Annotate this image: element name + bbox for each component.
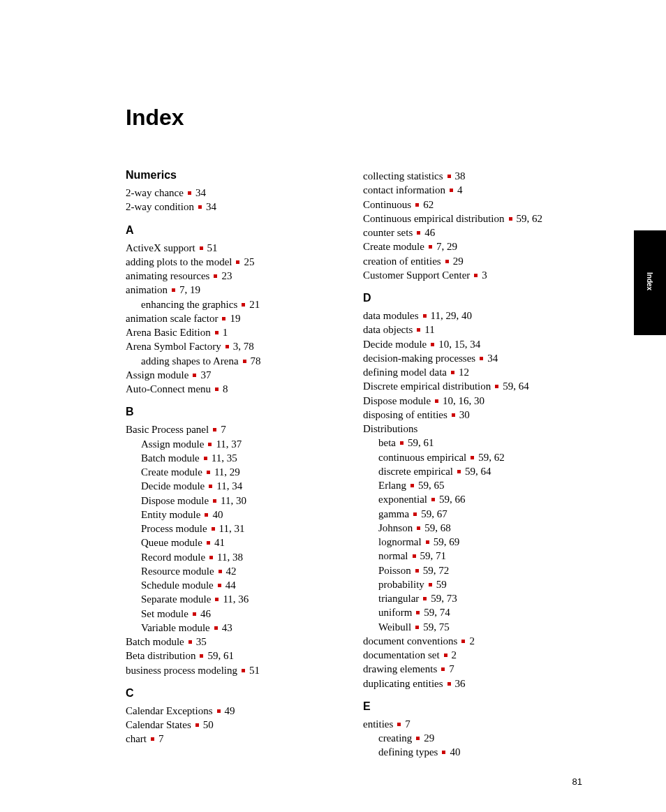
index-pages: 59, 71 [420, 550, 447, 561]
index-term: Johnson [378, 522, 413, 533]
index-entry: probability59 [363, 577, 572, 591]
index-term: Schedule module [141, 580, 214, 591]
index-term: ActiveX support [126, 242, 195, 253]
index-pages: 40 [450, 746, 460, 758]
index-term: exponential [378, 494, 427, 505]
index-entry: Create module11, 29 [126, 465, 335, 479]
index-term: Weibull [378, 621, 411, 633]
index-pages: 78 [251, 355, 261, 367]
index-term: discrete empirical [378, 466, 453, 477]
side-tab-label: Index [646, 272, 653, 290]
bullet-icon [480, 357, 483, 360]
index-term: lognormal [378, 536, 422, 547]
bullet-icon [444, 654, 447, 657]
bullet-icon [193, 612, 196, 616]
bullet-icon [429, 583, 432, 586]
index-entry: Customer Support Center3 [363, 268, 572, 282]
index-term: defining types [378, 746, 438, 758]
index-term: continuous empirical [378, 452, 466, 463]
index-entry: Decide module10, 15, 34 [363, 337, 572, 351]
index-entry: Entity module40 [126, 508, 335, 522]
index-entry: drawing elements7 [363, 662, 572, 676]
index-term: Assign module [126, 369, 188, 381]
index-pages: 7 [405, 718, 410, 730]
bullet-icon [450, 189, 453, 192]
bullet-icon [200, 654, 203, 658]
index-term: Set module [141, 608, 188, 619]
index-pages: 59, 75 [423, 621, 450, 633]
bullet-icon [242, 303, 245, 307]
bullet-icon [429, 245, 432, 249]
section-heading: A [126, 224, 335, 237]
bullet-icon [426, 540, 429, 544]
bullet-icon [447, 175, 451, 178]
bullet-icon [423, 314, 427, 318]
index-term: Customer Support Center [363, 270, 470, 281]
index-pages: 21 [249, 299, 260, 310]
index-entry: collecting statistics38 [363, 169, 572, 183]
index-pages: 34 [195, 187, 206, 198]
index-term: documentation set [363, 649, 440, 660]
index-pages: 7 [449, 663, 454, 674]
index-entry: uniform59, 74 [363, 605, 572, 619]
index-entry: duplicating entities36 [363, 677, 572, 691]
index-columns: Numerics2-way chance342-way condition34A… [126, 169, 586, 760]
index-term: Process module [141, 523, 207, 534]
index-entry: chart7 [126, 732, 335, 746]
index-term: normal [378, 550, 408, 561]
index-entry: gamma59, 67 [363, 507, 572, 521]
section-heading: C [126, 687, 335, 700]
bullet-icon [457, 470, 461, 473]
bullet-icon [213, 499, 216, 503]
index-term: Calendar Exceptions [126, 705, 213, 716]
index-term: business process modeling [126, 665, 237, 676]
index-term: beta [378, 437, 396, 448]
index-entry: Calendar Exceptions49 [126, 704, 335, 718]
index-entry: enhancing the graphics21 [126, 297, 335, 311]
index-term: enhancing the graphics [141, 299, 237, 310]
bullet-icon [219, 570, 222, 573]
index-entry: animation scale factor19 [126, 311, 335, 325]
index-pages: 62 [423, 199, 434, 210]
bullet-icon [213, 428, 216, 431]
bullet-icon [452, 413, 455, 417]
index-pages: 11, 29 [214, 466, 240, 478]
index-entry: animating resources23 [126, 269, 335, 283]
index-pages: 7 [158, 733, 164, 744]
index-term: creation of entities [363, 256, 441, 267]
index-entry: Process module11, 31 [126, 522, 335, 536]
index-entry: Separate module11, 36 [126, 592, 335, 606]
index-term: Poisson [378, 565, 411, 576]
index-pages: 35 [196, 636, 207, 647]
index-term: Entity module [141, 509, 200, 520]
bullet-icon [207, 541, 210, 545]
index-entry: beta59, 61 [363, 436, 572, 450]
index-pages: 59, 66 [439, 494, 466, 505]
bullet-icon [435, 399, 438, 403]
index-term: counter sets [363, 227, 413, 238]
index-term: Auto-Connect menu [126, 383, 211, 394]
bullet-icon [417, 526, 420, 530]
bullet-icon [415, 569, 419, 573]
index-pages: 49 [225, 705, 235, 716]
index-entry: Distributions [363, 422, 572, 436]
bullet-icon [225, 345, 229, 348]
index-term: drawing elements [363, 663, 437, 674]
index-entry: defining types40 [363, 745, 572, 759]
bullet-icon [151, 737, 154, 741]
bullet-icon [441, 667, 445, 671]
index-term: decision-making processes [363, 353, 475, 364]
index-pages: 38 [455, 170, 466, 182]
index-entry: Johnson59, 68 [363, 521, 572, 535]
index-pages: 11, 29, 40 [431, 310, 472, 321]
bullet-icon [474, 274, 478, 277]
index-pages: 10, 15, 34 [438, 339, 480, 350]
index-pages: 43 [222, 622, 232, 633]
bullet-icon [209, 556, 213, 559]
index-pages: 2 [469, 635, 475, 647]
index-entry: Assign module11, 37 [126, 437, 335, 451]
index-entry: lognormal59, 69 [363, 535, 572, 549]
bullet-icon [236, 260, 239, 264]
index-pages: 34 [206, 201, 216, 212]
index-pages: 36 [455, 678, 466, 689]
